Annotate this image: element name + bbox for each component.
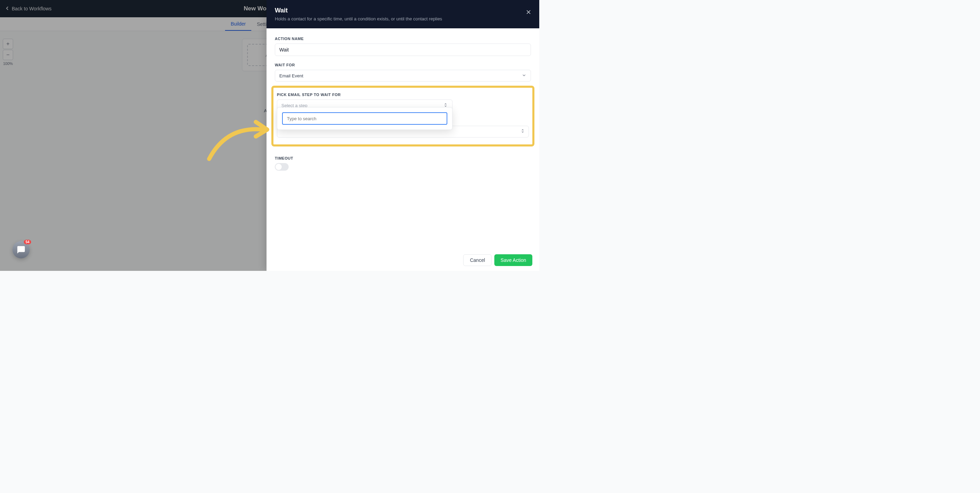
timeout-toggle[interactable] <box>275 163 289 171</box>
wait-action-panel: Wait Holds a contact for a specific time… <box>267 0 539 271</box>
highlighted-section: PICK EMAIL STEP TO WAIT FOR Select a ste… <box>271 86 535 146</box>
save-action-button[interactable]: Save Action <box>494 254 532 266</box>
chat-widget[interactable]: 54 <box>13 241 30 258</box>
timeout-section: TIMEOUT <box>275 156 531 171</box>
pick-email-step-label: PICK EMAIL STEP TO WAIT FOR <box>277 93 529 97</box>
action-name-label: ACTION NAME <box>275 36 531 41</box>
wait-for-value: Email Event <box>279 73 303 78</box>
panel-title: Wait <box>275 7 528 14</box>
cancel-button[interactable]: Cancel <box>463 254 492 266</box>
chat-badge: 54 <box>24 240 31 244</box>
panel-body: ACTION NAME WAIT FOR Email Event PICK EM… <box>267 29 539 249</box>
wait-for-select[interactable]: Email Event <box>275 70 531 82</box>
chevron-updown-icon <box>520 128 525 135</box>
step-search-input[interactable] <box>282 112 447 125</box>
wait-for-label: WAIT FOR <box>275 63 531 67</box>
panel-subtitle: Holds a contact for a specific time, unt… <box>275 16 528 21</box>
step-search-dropdown <box>277 107 452 130</box>
close-icon[interactable] <box>525 8 532 16</box>
panel-footer: Cancel Save Action <box>267 249 539 271</box>
chevron-down-icon <box>522 73 527 79</box>
action-name-input[interactable] <box>275 44 531 56</box>
timeout-label: TIMEOUT <box>275 156 531 160</box>
panel-header: Wait Holds a contact for a specific time… <box>267 0 539 29</box>
